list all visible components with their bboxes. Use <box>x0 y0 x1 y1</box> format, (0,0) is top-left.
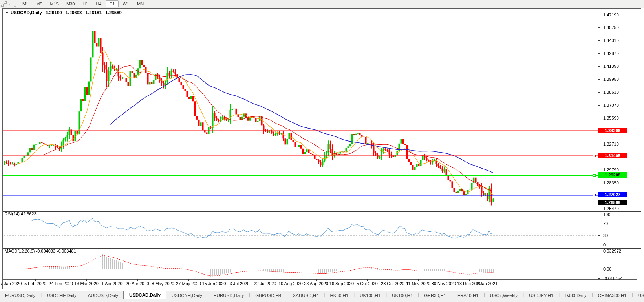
ohlc-open: 1.26190 <box>46 10 62 15</box>
price-tick-label: 1.35590 <box>603 116 619 120</box>
current-price-badge: 1.26589 <box>598 200 627 205</box>
chart-tab-usoil-[interactable]: USOil, <box>633 291 644 299</box>
date-tick-label: 5 Feb 2020 <box>24 281 46 286</box>
price-tick-label: 1.44310 <box>603 38 619 43</box>
price-tick-label: 1.42870 <box>603 51 619 56</box>
date-tick-label: 8 May 2020 <box>152 281 174 286</box>
chart-tab-dj30-daily[interactable]: DJ30,Daily <box>560 291 592 299</box>
date-tick-mark <box>10 279 10 281</box>
price-tick-label: 1.28350 <box>603 180 619 185</box>
date-tick-label: 10 Aug 2020 <box>278 281 303 286</box>
chart-window-border-bottom <box>2 289 641 289</box>
chart-tab-eurusd-daily[interactable]: EURUSD,Daily <box>209 291 249 299</box>
chart-tab-china300-h1[interactable]: CHINA300,H1 <box>593 291 632 299</box>
macd-label: MACD(12,26,9) -0.004033 -0.003481 <box>5 249 76 253</box>
date-tick-mark <box>214 279 214 281</box>
ohlc-close: 1.26589 <box>105 10 122 15</box>
date-tick-label: 23 Oct 2020 <box>381 281 404 286</box>
symbol-period-label: USDCAD,Daily <box>11 10 42 15</box>
price-tick-mark <box>598 105 600 106</box>
timeframe-button-w1[interactable]: W1 <box>119 0 133 7</box>
timeframe-button-m30[interactable]: M30 <box>63 0 78 7</box>
price-tick-label: 1.37070 <box>603 103 619 107</box>
hline-price-badge: 1.27027 <box>598 192 627 197</box>
hline-price-badge: 1.34206 <box>598 128 627 133</box>
chart-tab-eurusd-daily[interactable]: EURUSD,Daily <box>0 291 40 299</box>
rsi-tick-mark <box>598 235 600 236</box>
trendline-cursor-icon <box>1 1 7 7</box>
timeframe-button-h4[interactable]: H4 <box>92 0 105 7</box>
rsi-tick-mark <box>598 215 600 215</box>
chart-tab-usoil-weekly[interactable]: USOil,Weekly <box>485 291 523 299</box>
chart-tab-fra40-h1[interactable]: FRA40,H1 <box>452 291 484 299</box>
date-tick-mark <box>418 279 419 281</box>
macd-tick-label: -0.018154 <box>603 276 623 281</box>
price-tick-mark <box>598 209 600 209</box>
dropdown-caret-icon[interactable]: ▼ <box>8 3 11 5</box>
timeframe-button-d1[interactable]: D1 <box>106 0 118 7</box>
chart-title: ▼USDCAD,Daily 1.26190 1.26603 1.26181 1.… <box>5 10 122 15</box>
rsi-tick-mark <box>598 224 600 224</box>
chart-tab-audusd-daily[interactable]: AUDUSD,Daily <box>83 291 123 299</box>
chart-tab-usdchf-daily[interactable]: USDCHF,Daily <box>42 291 81 299</box>
ohlc-high: 1.26603 <box>66 10 82 15</box>
chart-tab-xauusd-h4[interactable]: XAUUSD,H4 <box>288 291 324 299</box>
timeframe-button-h1[interactable]: H1 <box>79 0 91 7</box>
price-tick-mark <box>598 53 600 54</box>
date-tick-mark <box>316 279 317 281</box>
date-tick-mark <box>112 279 112 281</box>
chart-tab-usdcad-daily[interactable]: USDCAD,Daily <box>123 291 166 299</box>
price-tick-mark <box>598 170 600 170</box>
price-tick-label: 1.25470 <box>603 206 619 211</box>
date-tick-mark <box>393 279 393 281</box>
main-rsi-separator[interactable] <box>3 210 641 212</box>
price-tick-mark <box>598 79 600 80</box>
date-tick-mark <box>265 279 265 281</box>
hline-price-badge: 1.29208 <box>598 172 627 178</box>
date-tick-label: 16 Sep 2020 <box>329 281 354 286</box>
hline-price-badge: 1.31405 <box>598 153 627 158</box>
timeframe-button-m1[interactable]: M1 <box>19 0 32 7</box>
macd-tick-label: 0.00 <box>603 267 611 271</box>
ohlc-low: 1.26181 <box>86 10 102 15</box>
date-tick-label: 22 Jul 2020 <box>254 281 276 286</box>
chart-tab-gbpusd-h4[interactable]: GBPUSD,H4 <box>250 291 286 299</box>
timeframe-button-m15[interactable]: M15 <box>47 0 62 7</box>
date-tick-label: 20 Apr 2020 <box>126 281 149 286</box>
price-tick-mark <box>598 183 600 183</box>
timeframe-button-m5[interactable]: M5 <box>33 0 46 7</box>
chart-canvas[interactable] <box>0 0 644 302</box>
date-tick-label: 13 Mar 2020 <box>74 281 99 286</box>
date-tick-mark <box>86 279 87 281</box>
chart-window-border-right <box>641 8 641 289</box>
date-tick-label: 28 Aug 2020 <box>304 281 328 286</box>
rsi-label: RSI(14) 42.5623 <box>5 211 37 216</box>
timeframe-buttons: M1M5M15M30H1H4D1W1MN <box>18 0 148 7</box>
chart-tab-uk100-h1[interactable]: UK100,H1 <box>387 291 418 299</box>
price-tick-mark <box>598 144 600 144</box>
macd-tick-mark <box>598 278 600 279</box>
chart-tab-usdcnh-daily[interactable]: USDCNH,Daily <box>166 291 207 299</box>
rsi-tick-label: 30 <box>603 233 608 238</box>
rsi-tick-label: 100 <box>603 212 610 217</box>
macd-tick-mark <box>598 251 600 251</box>
date-tick-mark <box>291 279 291 281</box>
chart-tab-hk50-h1[interactable]: HK50,H1 <box>325 291 354 299</box>
date-tick-mark <box>61 279 61 281</box>
chart-tab-ger30-h1[interactable]: GER30,H1 <box>419 291 451 299</box>
toolbar-grip[interactable] <box>14 2 16 7</box>
collapse-triangle-icon[interactable]: ▼ <box>5 11 9 15</box>
date-tick-mark <box>342 279 342 281</box>
date-tick-mark <box>240 279 240 281</box>
date-tick-label: 30 Nov 2020 <box>432 281 456 286</box>
top-toolbar: ▼ M1M5M15M30H1H4D1W1MN <box>0 0 644 8</box>
timeframe-button-mn[interactable]: MN <box>134 0 147 7</box>
chart-tab-uk100-h1[interactable]: UK100,H1 <box>355 291 386 299</box>
line-tool-button[interactable]: ▼ <box>0 0 12 7</box>
date-tick-label: 27 May 2020 <box>176 281 201 286</box>
rsi-tick-mark <box>598 245 600 245</box>
date-tick-mark <box>35 279 36 281</box>
chart-tab-usdjpy-h1[interactable]: USDJPY,H1 <box>524 291 558 299</box>
rsi-macd-separator[interactable] <box>3 247 641 249</box>
toolbar-separator <box>151 1 151 7</box>
